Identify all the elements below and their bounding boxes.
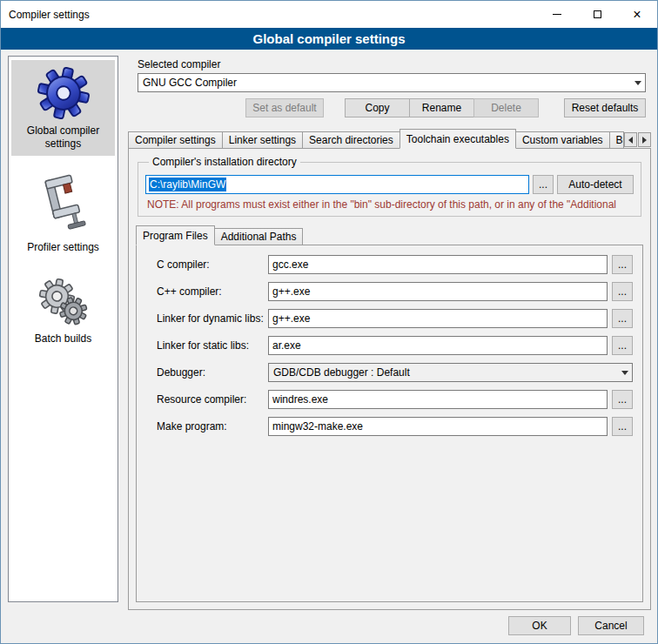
field-row-make-program: Make program: ... <box>157 417 633 436</box>
maximize-icon <box>594 10 601 18</box>
minimize-button[interactable] <box>537 1 577 28</box>
program-files-tabstrip: Program Files Additional Paths <box>136 225 643 245</box>
dynamic-linker-browse-button[interactable]: ... <box>612 309 633 328</box>
sidebar-item-profiler-settings[interactable]: Profiler settings <box>11 166 115 259</box>
install-dir-note: NOTE: All programs must exist either in … <box>147 198 632 211</box>
dialog-header: Global compiler settings <box>1 28 657 50</box>
debugger-label: Debugger: <box>157 366 268 379</box>
resource-compiler-label: Resource compiler: <box>157 393 268 406</box>
make-program-input[interactable] <box>268 417 608 436</box>
reset-defaults-button[interactable]: Reset defaults <box>564 98 646 117</box>
titlebar[interactable]: Compiler settings × <box>1 1 657 28</box>
settings-sidebar: Global compiler settings Profiler settin… <box>8 56 118 602</box>
copy-button[interactable]: Copy <box>345 98 410 117</box>
tab-scrollers <box>623 132 651 147</box>
static-linker-label: Linker for static libs: <box>157 339 268 352</box>
static-linker-browse-button[interactable]: ... <box>612 336 633 355</box>
chevron-down-icon <box>634 81 641 85</box>
sidebar-item-batch-builds[interactable]: Batch builds <box>11 270 115 351</box>
cpp-compiler-input[interactable] <box>268 282 608 301</box>
program-files-panel: C compiler: ... C++ compiler: ... Linker… <box>136 245 643 602</box>
field-row-static-linker: Linker for static libs: ... <box>157 336 633 355</box>
make-program-label: Make program: <box>157 420 268 433</box>
cancel-button[interactable]: Cancel <box>578 616 644 635</box>
tab-linker-settings[interactable]: Linker settings <box>222 131 303 149</box>
compiler-buttons-row: Set as default Copy Rename Delete Reset … <box>128 98 646 117</box>
c-compiler-input[interactable] <box>268 255 608 274</box>
subtab-additional-paths[interactable]: Additional Paths <box>214 228 304 245</box>
blue-gear-icon <box>37 66 91 120</box>
field-row-cpp-compiler: C++ compiler: ... <box>157 282 633 301</box>
sidebar-item-global-compiler-settings[interactable]: Global compiler settings <box>11 60 115 156</box>
tab-scroll-right-button[interactable] <box>638 132 651 147</box>
minimize-icon <box>553 14 561 15</box>
cpp-compiler-browse-button[interactable]: ... <box>612 282 633 301</box>
dynamic-linker-input[interactable] <box>268 309 608 328</box>
debugger-value: GDB/CDB debugger : Default <box>273 366 410 379</box>
static-linker-input[interactable] <box>268 336 608 355</box>
make-program-browse-button[interactable]: ... <box>612 417 633 436</box>
chevron-down-icon <box>621 371 628 375</box>
maximize-button[interactable] <box>577 1 617 28</box>
field-row-c-compiler: C compiler: ... <box>157 255 633 274</box>
tab-custom-variables[interactable]: Custom variables <box>515 131 610 149</box>
tab-build-truncated[interactable]: Buil <box>609 131 624 149</box>
toolchain-executables-panel: Compiler's installation directory C:\ray… <box>128 148 651 610</box>
dynamic-linker-label: Linker for dynamic libs: <box>157 312 268 325</box>
rename-button[interactable]: Rename <box>409 98 474 117</box>
sidebar-item-label: Profiler settings <box>27 241 99 254</box>
tab-scroll-left-button[interactable] <box>624 132 637 147</box>
close-button[interactable]: × <box>617 1 657 28</box>
window-controls: × <box>537 1 657 28</box>
install-dir-group: Compiler's installation directory C:\ray… <box>138 156 641 217</box>
selected-compiler-label: Selected compiler <box>138 58 646 70</box>
compiler-settings-window: Compiler settings × Global compiler sett… <box>0 0 658 644</box>
install-dir-group-title: Compiler's installation directory <box>149 156 300 168</box>
tab-search-directories[interactable]: Search directories <box>302 131 400 149</box>
install-dir-input[interactable]: C:\raylib\MinGW <box>145 175 529 194</box>
c-compiler-label: C compiler: <box>157 258 268 271</box>
field-row-debugger: Debugger: GDB/CDB debugger : Default <box>157 363 633 382</box>
window-title: Compiler settings <box>1 9 90 21</box>
dialog-footer: OK Cancel <box>508 616 644 635</box>
batch-builds-gears-icon <box>37 276 91 328</box>
compiler-tabstrip: Compiler settings Linker settings Search… <box>128 129 651 148</box>
sidebar-item-label: Global compiler settings <box>13 124 113 151</box>
subtab-program-files[interactable]: Program Files <box>136 225 215 245</box>
selected-compiler-combobox[interactable]: GNU GCC Compiler <box>138 73 646 92</box>
tab-compiler-settings[interactable]: Compiler settings <box>128 131 223 149</box>
resource-compiler-input[interactable] <box>268 390 608 409</box>
close-icon: × <box>633 8 641 22</box>
resource-compiler-browse-button[interactable]: ... <box>612 390 633 409</box>
sidebar-item-label: Batch builds <box>35 332 91 345</box>
set-as-default-button[interactable]: Set as default <box>245 98 324 117</box>
main-panel: Selected compiler GNU GCC Compiler Set a… <box>128 55 651 610</box>
c-compiler-browse-button[interactable]: ... <box>612 255 633 274</box>
delete-button[interactable]: Delete <box>473 98 539 117</box>
cpp-compiler-label: C++ compiler: <box>157 285 268 298</box>
clamp-icon <box>38 172 89 237</box>
install-dir-browse-button[interactable]: ... <box>533 175 554 194</box>
install-dir-row: C:\raylib\MinGW ... Auto-detect <box>145 175 634 194</box>
install-dir-value: C:\raylib\MinGW <box>149 178 226 191</box>
ok-button[interactable]: OK <box>508 616 571 635</box>
auto-detect-button[interactable]: Auto-detect <box>557 175 634 194</box>
chevron-right-icon <box>642 137 647 144</box>
debugger-combobox[interactable]: GDB/CDB debugger : Default <box>268 363 633 382</box>
chevron-left-icon <box>628 137 633 144</box>
field-row-resource-compiler: Resource compiler: ... <box>157 390 633 409</box>
selected-compiler-value: GNU GCC Compiler <box>143 77 237 89</box>
tab-toolchain-executables[interactable]: Toolchain executables <box>400 129 516 149</box>
field-row-dynamic-linker: Linker for dynamic libs: ... <box>157 309 633 328</box>
combobox-arrow-zone[interactable] <box>617 364 632 381</box>
combobox-arrow-zone[interactable] <box>630 74 645 91</box>
